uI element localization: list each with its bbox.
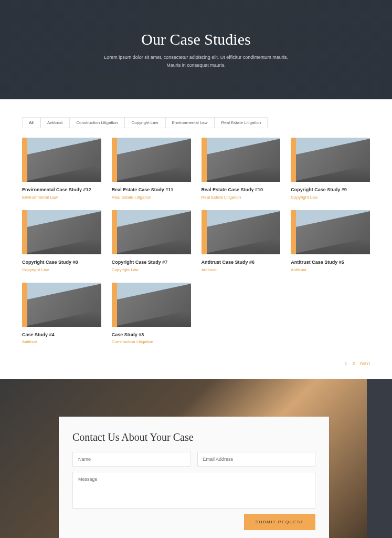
submit-button[interactable]: SUBMIT REQUEST: [244, 514, 315, 530]
page-1-link[interactable]: 1: [344, 361, 347, 366]
email-field[interactable]: [197, 452, 316, 467]
case-card[interactable]: Copyright Case Study #7 Copyright Law: [112, 210, 191, 272]
case-category[interactable]: Real Estate Litigation: [112, 195, 191, 200]
pagination: 1 2 Next: [0, 355, 392, 379]
case-title: Real Estate Case Study #10: [202, 187, 281, 193]
case-thumb: [291, 210, 370, 254]
case-title: Case Study #4: [22, 332, 101, 338]
case-category[interactable]: Antitrust: [291, 267, 370, 272]
page-2-link[interactable]: 2: [352, 361, 355, 366]
case-thumb: [22, 283, 101, 327]
case-card[interactable]: Antitrust Case Study #6 Antitrust: [202, 210, 281, 272]
case-title: Copyright Case Study #9: [291, 187, 370, 193]
case-category[interactable]: Real Estate Litigation: [202, 195, 281, 200]
case-card[interactable]: Antitrust Case Study #5 Antitrust: [291, 210, 370, 272]
case-title: Copyright Case Study #7: [112, 260, 191, 265]
case-thumb: [291, 138, 370, 182]
case-category[interactable]: Copyright Law: [22, 267, 101, 272]
case-thumb: [22, 138, 101, 182]
case-thumb: [202, 210, 281, 254]
case-title: Antitrust Case Study #5: [291, 260, 370, 265]
case-thumb: [112, 283, 191, 327]
case-category[interactable]: Construction Litigation: [112, 339, 191, 344]
case-card[interactable]: Environmental Case Study #12 Environment…: [22, 138, 101, 200]
case-category[interactable]: Copyright Law: [112, 267, 191, 272]
case-title: Real Estate Case Study #11: [112, 187, 191, 193]
case-card[interactable]: Real Estate Case Study #11 Real Estate L…: [112, 138, 191, 200]
case-thumb: [202, 138, 281, 182]
case-card[interactable]: Case Study #4 Antitrust: [22, 283, 101, 345]
filter-tab-environmental[interactable]: Environmental Law: [165, 117, 215, 128]
case-card[interactable]: Copyright Case Study #8 Copyright Law: [22, 210, 101, 272]
case-grid: Environmental Case Study #12 Environment…: [0, 136, 392, 355]
case-thumb: [112, 138, 191, 182]
case-category[interactable]: Antitrust: [22, 339, 101, 344]
case-category[interactable]: Environmental Law: [22, 195, 101, 200]
page-next-link[interactable]: Next: [360, 361, 370, 366]
case-category[interactable]: Copyright Law: [291, 195, 370, 200]
case-category[interactable]: Antitrust: [202, 267, 281, 272]
page-title: Our Case Studies: [141, 30, 250, 48]
case-card[interactable]: Case Study #3 Construction Litigation: [112, 283, 191, 345]
case-title: Antitrust Case Study #6: [202, 260, 281, 265]
filter-tabs: All Antitrust Construction Litigation Co…: [0, 99, 392, 136]
case-title: Copyright Case Study #8: [22, 260, 101, 265]
case-title: Environmental Case Study #12: [22, 187, 101, 193]
page-subtitle: Lorem ipsum dolor sit amet, consectetur …: [102, 54, 291, 69]
case-title: Case Study #3: [112, 332, 191, 338]
hero-section: Our Case Studies Lorem ipsum dolor sit a…: [0, 0, 392, 99]
contact-section: Contact Us About Your Case SUBMIT REQUES…: [0, 379, 392, 538]
case-thumb: [22, 210, 101, 254]
case-thumb: [112, 210, 191, 254]
filter-tab-all[interactable]: All: [22, 117, 40, 128]
contact-heading: Contact Us About Your Case: [72, 431, 315, 443]
case-card[interactable]: Copyright Case Study #9 Copyright Law: [291, 138, 370, 200]
case-card[interactable]: Real Estate Case Study #10 Real Estate L…: [202, 138, 281, 200]
filter-tab-realestate[interactable]: Real Estate Litigation: [215, 117, 268, 128]
filter-tab-copyright[interactable]: Copyright Law: [124, 117, 165, 128]
message-field[interactable]: [72, 472, 315, 509]
name-field[interactable]: [72, 452, 191, 467]
filter-tab-antitrust[interactable]: Antitrust: [40, 117, 69, 128]
filter-tab-construction[interactable]: Construction Litigation: [69, 117, 124, 128]
contact-card: Contact Us About Your Case SUBMIT REQUES…: [59, 417, 329, 538]
